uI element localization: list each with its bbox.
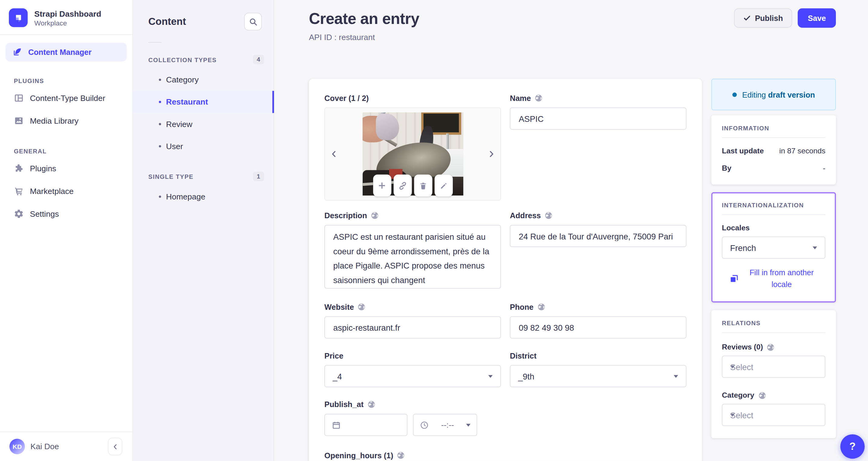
delete-asset-button[interactable] — [414, 175, 432, 197]
subnav-item-review[interactable]: Review — [133, 113, 274, 135]
link-icon — [398, 181, 407, 190]
draft-status-banner: Editing draft version — [711, 79, 836, 110]
globe-icon — [358, 303, 366, 311]
app-window: Strapi Dashboard Workplace Content Manag… — [0, 0, 868, 461]
website-label: Website — [324, 302, 501, 312]
sidebar-item-label: Marketplace — [30, 186, 73, 195]
phone-input[interactable] — [510, 316, 686, 339]
brand-title: Strapi Dashboard — [34, 8, 101, 19]
information-heading: INFORMATION — [722, 124, 825, 131]
copy-link-button[interactable] — [394, 175, 411, 197]
sidebar-item-content-manager[interactable]: Content Manager — [5, 43, 127, 61]
publish-at-label: Publish_at — [324, 400, 501, 409]
trash-icon — [419, 181, 427, 190]
draft-dot-icon — [732, 92, 737, 97]
description-textarea[interactable]: ASPIC est un restaurant parisien situé a… — [324, 225, 501, 289]
check-icon — [743, 15, 750, 22]
price-select[interactable]: _4 — [324, 365, 501, 387]
calendar-icon — [332, 420, 341, 430]
relations-heading: RELATIONS — [722, 320, 825, 326]
sidebar-item-label: Plugins — [30, 164, 56, 172]
globe-icon — [767, 343, 775, 351]
subnav-item-homepage[interactable]: Homepage — [133, 185, 274, 208]
name-input[interactable] — [510, 108, 686, 130]
sidebar-item-marketplace[interactable]: Marketplace — [0, 179, 132, 202]
relations-card: RELATIONS Reviews (0) Select Category — [711, 310, 836, 438]
time-value: --:-- — [441, 421, 454, 429]
fill-from-locale-link[interactable]: Fill in from another locale — [722, 267, 825, 290]
sidebar-item-media-library[interactable]: Media Library — [0, 109, 132, 132]
chevron-left-icon — [112, 443, 118, 450]
information-card: INFORMATION Last update in 87 seconds By… — [711, 115, 836, 184]
carousel-previous-button[interactable] — [331, 150, 338, 157]
brand-subtitle: Workplace — [34, 19, 101, 27]
save-button[interactable]: Save — [798, 8, 836, 28]
website-input[interactable] — [324, 316, 501, 339]
carousel-next-button[interactable] — [488, 150, 495, 157]
globe-icon — [537, 303, 545, 311]
feather-pen-icon — [12, 47, 22, 57]
cover-actions — [373, 175, 453, 197]
cover-carousel — [324, 108, 501, 201]
subnav-item-category[interactable]: Category — [133, 69, 274, 91]
gear-icon — [14, 208, 24, 219]
sidebar-item-label: Content-Type Builder — [30, 93, 105, 102]
cover-label: Cover (1 / 2) — [324, 93, 501, 103]
subnav-divider — [148, 42, 162, 43]
globe-icon — [535, 94, 543, 102]
picture-icon — [14, 115, 24, 125]
strapi-logo-icon — [9, 8, 28, 27]
sidebar-item-label: Media Library — [30, 116, 79, 125]
opening-hours-label: Opening_hours (1) — [324, 451, 501, 460]
main-content: Create an entry API ID : restaurant Publ… — [274, 0, 868, 461]
internationalization-card: INTERNATIONALIZATION Locales French Fill… — [711, 192, 836, 302]
collapse-sidebar-button[interactable] — [108, 438, 122, 455]
field-website: Website — [324, 302, 501, 339]
puzzle-icon — [14, 163, 24, 173]
add-asset-button[interactable] — [373, 175, 391, 197]
locale-select[interactable]: French — [722, 236, 825, 259]
district-select[interactable]: _9th — [510, 365, 686, 387]
single-type-heading: SINGLE TYPE — [148, 173, 193, 180]
price-label: Price — [324, 351, 501, 361]
by-row: By - — [722, 164, 825, 172]
header-actions: Publish Save — [734, 8, 836, 28]
field-address: Address — [510, 211, 686, 291]
sidebar-item-label: Settings — [30, 209, 59, 218]
district-label: District — [510, 351, 686, 361]
publish-date-input[interactable] — [324, 414, 407, 436]
copy-icon — [729, 274, 739, 284]
divider — [722, 333, 825, 333]
draft-text: Editing draft version — [742, 90, 815, 99]
sidebar-item-settings[interactable]: Settings — [0, 202, 132, 225]
subnav-item-restaurant[interactable]: Restaurant — [133, 91, 274, 113]
collection-types-count-badge: 4 — [253, 55, 264, 64]
field-description: Description ASPIC est un restaurant pari… — [324, 211, 501, 291]
plus-icon — [378, 181, 386, 190]
shopping-cart-icon — [14, 186, 24, 196]
content-subnav: Content COLLECTION TYPES 4 Category Rest… — [133, 0, 274, 461]
sidebar-heading-plugins: PLUGINS — [14, 78, 132, 84]
category-select[interactable]: Select — [722, 404, 825, 426]
publish-button[interactable]: Publish — [734, 8, 792, 28]
entry-form-card: Cover (1 / 2) — [309, 79, 702, 461]
search-button[interactable] — [244, 13, 262, 30]
edit-asset-button[interactable] — [434, 175, 453, 197]
reviews-select[interactable]: Select — [722, 355, 825, 378]
field-publish-at: Publish_at --:-- — [324, 400, 501, 436]
sidebar-item-plugins[interactable]: Plugins — [0, 157, 132, 179]
publish-time-select[interactable]: --:-- — [413, 414, 477, 436]
address-input[interactable] — [510, 225, 686, 247]
globe-icon — [371, 211, 379, 220]
sidebar-item-content-type-builder[interactable]: Content-Type Builder — [0, 86, 132, 109]
name-label: Name — [510, 93, 686, 103]
main-sidebar: Strapi Dashboard Workplace Content Manag… — [0, 0, 133, 461]
locales-label: Locales — [722, 224, 825, 232]
subnav-item-user[interactable]: User — [133, 135, 274, 157]
layout-grid-icon — [14, 93, 24, 103]
subnav-title: Content — [148, 16, 186, 27]
divider — [722, 137, 825, 138]
chevron-left-icon — [331, 150, 338, 157]
help-button[interactable]: ? — [840, 434, 865, 459]
avatar: KD — [9, 439, 25, 454]
